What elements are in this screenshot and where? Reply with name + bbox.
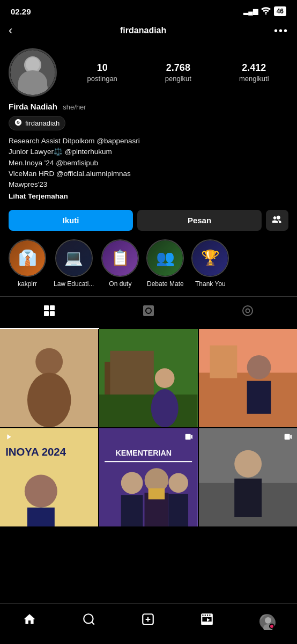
nav-home[interactable] bbox=[14, 609, 45, 633]
svg-rect-30 bbox=[105, 461, 192, 462]
svg-rect-34 bbox=[121, 495, 143, 526]
svg-point-18 bbox=[151, 389, 179, 427]
posts-stat[interactable]: 10 postingan bbox=[87, 62, 117, 83]
followers-stat[interactable]: 2.768 pengikut bbox=[165, 62, 191, 83]
svg-point-47 bbox=[265, 617, 271, 624]
svg-point-2 bbox=[18, 77, 48, 95]
grid-icon bbox=[43, 304, 56, 320]
status-bar: 02.29 ▂▄▆ 46 bbox=[0, 0, 297, 19]
photo-grid: INOYA 2024 KEMENTERIAN bbox=[0, 329, 297, 527]
profile-username-nav: firdanadiah bbox=[120, 26, 166, 35]
svg-text:INOYA 2024: INOYA 2024 bbox=[5, 446, 66, 458]
svg-text:KEMENTERIAN: KEMENTERIAN bbox=[116, 449, 172, 457]
svg-point-31 bbox=[121, 472, 143, 494]
svg-rect-16 bbox=[99, 394, 197, 427]
grid-item-4[interactable]: INOYA 2024 bbox=[0, 428, 98, 526]
highlight-label-3: On duty bbox=[109, 280, 131, 288]
tagged-icon bbox=[241, 304, 254, 320]
action-buttons: Ikuti Pesan bbox=[9, 210, 288, 231]
nav-search[interactable] bbox=[73, 609, 105, 633]
highlight-thankyou[interactable]: 🏆 Thank You bbox=[191, 239, 229, 288]
time: 02.29 bbox=[11, 7, 31, 16]
video-badge-2 bbox=[284, 433, 293, 443]
svg-rect-27 bbox=[27, 508, 55, 527]
bottom-navigation bbox=[0, 603, 297, 644]
svg-point-44 bbox=[84, 614, 93, 623]
svg-rect-4 bbox=[50, 305, 55, 310]
follow-button[interactable]: Ikuti bbox=[9, 210, 133, 231]
bio-line2: Junior Lawyer⚖️ @pinterhukum bbox=[9, 147, 288, 157]
reels-icon bbox=[142, 304, 155, 320]
profile-stats: 10 postingan 2.768 pengikut 2.412 mengik… bbox=[68, 62, 288, 83]
back-button[interactable]: ‹ bbox=[9, 24, 12, 38]
threads-icon bbox=[14, 119, 22, 128]
story-highlights: 👔 kakpirr 💻 Law Educati... 📋 On duty 👥 D… bbox=[0, 231, 297, 293]
following-count: 2.412 bbox=[239, 62, 269, 74]
nav-add[interactable] bbox=[132, 609, 164, 633]
profile-avatar-nav bbox=[259, 614, 274, 629]
message-button[interactable]: Pesan bbox=[137, 210, 262, 231]
search-icon bbox=[82, 612, 96, 630]
grid-item-1[interactable] bbox=[0, 329, 98, 427]
svg-rect-43 bbox=[285, 434, 290, 440]
svg-rect-5 bbox=[44, 311, 49, 316]
svg-point-8 bbox=[243, 306, 253, 316]
posts-label: postingan bbox=[87, 75, 117, 83]
tab-tagged[interactable] bbox=[198, 297, 297, 329]
svg-rect-3 bbox=[44, 305, 49, 310]
wifi-icon bbox=[261, 7, 271, 16]
profile-name: Firda Nadiah bbox=[9, 102, 57, 111]
avatar[interactable] bbox=[9, 48, 57, 97]
svg-rect-21 bbox=[210, 345, 237, 378]
video-badge bbox=[185, 433, 194, 443]
bio-line5: Mawpres'23 bbox=[9, 179, 288, 190]
battery-indicator: 46 bbox=[274, 6, 286, 16]
followers-label: pengikut bbox=[165, 75, 191, 83]
add-user-icon bbox=[272, 217, 282, 226]
highlight-law[interactable]: 💻 Law Educati... bbox=[54, 239, 94, 288]
add-user-button[interactable] bbox=[266, 210, 288, 231]
grid-item-6[interactable] bbox=[199, 428, 297, 526]
following-stat[interactable]: 2.412 mengikuti bbox=[239, 62, 269, 83]
svg-rect-42 bbox=[234, 479, 262, 517]
svg-rect-6 bbox=[50, 311, 55, 316]
highlight-label-2: Law Educati... bbox=[54, 280, 94, 288]
svg-point-33 bbox=[169, 473, 189, 493]
profile-bio: Research Assist Ditpolkom @bappenasri Ju… bbox=[9, 136, 288, 202]
grid-item-5[interactable]: KEMENTERIAN bbox=[99, 428, 197, 526]
highlight-debate[interactable]: 👥 Debate Mate bbox=[146, 239, 184, 288]
profile-tabs bbox=[0, 296, 297, 329]
highlight-label-5: Thank You bbox=[195, 280, 226, 288]
svg-point-22 bbox=[247, 355, 271, 379]
svg-point-1 bbox=[24, 56, 41, 74]
svg-point-12 bbox=[27, 372, 71, 427]
highlight-label-1: kakpirr bbox=[18, 280, 37, 288]
highlight-onduty[interactable]: 📋 On duty bbox=[101, 239, 139, 288]
svg-point-26 bbox=[25, 474, 57, 507]
following-label: mengikuti bbox=[239, 75, 269, 83]
highlight-kakpirr[interactable]: 👔 kakpirr bbox=[9, 239, 46, 288]
nav-reels[interactable] bbox=[191, 609, 222, 633]
threads-badge[interactable]: firdanadiah bbox=[9, 116, 65, 130]
more-options-button[interactable]: ••• bbox=[274, 25, 288, 37]
top-navigation: ‹ firdanadiah ••• bbox=[0, 19, 297, 43]
reels-badge bbox=[4, 433, 13, 443]
svg-point-11 bbox=[35, 348, 63, 375]
home-icon bbox=[23, 612, 36, 630]
reels-nav-icon bbox=[200, 612, 214, 630]
bio-line4: ViceMan HRD @official.alumnipimnas bbox=[9, 169, 288, 179]
posts-count: 10 bbox=[87, 62, 117, 74]
translate-button[interactable]: Lihat Terjemahan bbox=[9, 191, 288, 202]
grid-item-3[interactable] bbox=[199, 329, 297, 427]
svg-point-9 bbox=[246, 309, 249, 312]
tab-grid[interactable] bbox=[0, 297, 99, 329]
svg-rect-36 bbox=[169, 494, 189, 526]
nav-profile[interactable] bbox=[251, 611, 283, 632]
profile-notification-dot bbox=[269, 624, 274, 629]
profile-pronoun: she/her bbox=[63, 103, 86, 111]
svg-rect-38 bbox=[185, 434, 190, 440]
svg-point-17 bbox=[155, 368, 175, 388]
grid-item-2[interactable] bbox=[99, 329, 197, 427]
signal-icon: ▂▄▆ bbox=[243, 8, 258, 15]
tab-reels[interactable] bbox=[99, 297, 198, 329]
